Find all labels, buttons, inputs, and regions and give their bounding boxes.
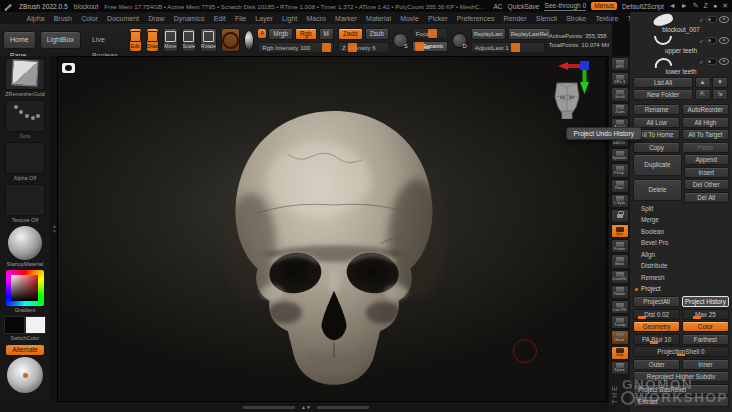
new-folder-button[interactable]: New Folder [633,89,693,100]
menu-item[interactable]: Edit [209,15,230,22]
shelf-button[interactable]: BPR [611,57,629,71]
texture-thumbnail[interactable] [5,184,45,216]
menu-item[interactable]: Alpha [22,15,49,22]
toggle-pill-icon[interactable] [706,37,717,44]
draw-button[interactable]: Draw [146,28,160,52]
divider-bar[interactable] [243,406,295,409]
shelf-button[interactable]: Zoom3D [611,270,629,284]
divider-handle-icon[interactable]: ▲▼ [301,405,311,410]
material-thumbnail[interactable] [8,226,42,260]
rotate-button[interactable]: Rotate [200,28,217,52]
rgb-intensity-slider[interactable]: Rgb Intensity 100 [258,42,334,53]
left-divider[interactable]: ▲▼ [50,56,57,412]
default-zscript-button[interactable]: DefaultZScript [622,3,664,10]
material-ball-preview[interactable] [7,357,43,393]
move-up-icon[interactable]: ▲ [695,77,711,88]
menu-item[interactable]: Layer [251,15,278,22]
project-history-button[interactable]: Project History [682,296,729,307]
all-high-button[interactable]: All High [682,117,729,128]
section-header[interactable]: Boolean [633,226,729,238]
extract-button[interactable]: Extract [633,396,729,407]
ac-toggle[interactable]: AC [493,3,502,10]
all-to-target-button[interactable]: All To Target [682,129,729,140]
section-header[interactable]: Bevel Pro [633,237,729,249]
zscript-z-icon[interactable]: Z [704,2,708,10]
subtool-thumbnail[interactable] [649,56,679,68]
menu-item[interactable]: Draw [144,15,170,22]
stroke-thumbnail[interactable] [5,100,45,132]
section-header[interactable]: Remesh [633,272,729,284]
del-all-button[interactable]: Del All [684,192,730,203]
menu-item[interactable]: Color [77,15,103,22]
slider-handle[interactable] [638,316,646,319]
rename-button[interactable]: Rename [633,104,680,115]
max-slider[interactable]: Max 25 [682,309,729,320]
menu-item[interactable]: Document [103,15,144,22]
menu-item[interactable]: Macro [302,15,331,22]
project-basrelief-button[interactable]: Project BasRelief [633,384,729,395]
slider-handle[interactable] [693,316,701,319]
document-canvas[interactable]: Project Undo History [57,56,607,402]
check-icon[interactable]: ✓ [699,38,704,44]
dist-slider[interactable]: Dist 0.02 [633,309,680,320]
duplicate-button[interactable]: Duplicate [633,154,682,176]
del-other-button[interactable]: Del Other [684,179,730,190]
home-page-button[interactable]: Home Page [3,31,36,49]
folder-up-icon[interactable]: ⇱ [695,89,711,100]
alpha-thumbnail[interactable] [5,142,45,174]
color-picker[interactable] [6,270,44,306]
menu-item[interactable]: Movie [396,15,424,22]
list-all-button[interactable]: List All [633,77,693,88]
projection-shell-slider[interactable]: ProjectionShell 0 [633,346,729,357]
shelf-button[interactable]: Transp [611,315,629,329]
check-icon[interactable]: ✓ [699,59,704,65]
focal-shift-slider[interactable]: Focal Shift 0 [412,28,448,39]
adjust-last-slider[interactable]: AdjustLast 1 [471,42,545,53]
project-section-header[interactable]: Project [633,283,729,295]
menu-item[interactable]: Preferences [452,15,499,22]
paste-button[interactable]: Paste [682,142,729,153]
menu-item[interactable]: Marker [330,15,361,22]
replay-last-rel-button[interactable]: ReplayLastRel [508,28,552,40]
menus-toggle[interactable]: Menus [591,2,617,10]
m-button[interactable]: M [319,28,334,40]
toggle-pill-icon[interactable] [706,58,717,65]
right-tray-icon[interactable]: ► [681,2,688,10]
zsub-button[interactable]: Zsub [365,28,389,40]
edit-button[interactable]: Edit [129,28,142,52]
mrgb-button[interactable]: Mrgb [268,28,293,40]
shelf-button[interactable]: Zoom [611,103,629,117]
menu-item[interactable]: Brush [49,15,76,22]
insert-button[interactable]: Insert [684,167,730,178]
shelf-button[interactable]: Xpose [611,361,629,375]
shelf-button[interactable]: Ghost [611,330,629,344]
move-down-icon[interactable]: ▼ [712,77,728,88]
sphere-icon[interactable]: ● [713,2,717,10]
divider-bar[interactable] [317,406,369,409]
menu-item[interactable]: Picker [423,15,452,22]
rgb-button[interactable]: Rgb [295,28,317,40]
close-icon[interactable]: ✕ [722,2,728,10]
slider-handle[interactable] [415,42,424,51]
shelf-button[interactable]: Frame [611,239,629,253]
alternate-button[interactable]: Alternate [6,345,44,355]
menu-item[interactable]: Render [499,15,531,22]
shelf-button[interactable]: Line Fill [611,300,629,314]
secondary-color-swatch[interactable] [25,316,46,334]
menu-item[interactable]: Light [277,15,301,22]
brush-thumbnail[interactable] [5,58,45,90]
shelf-button[interactable]: Floor [611,179,629,193]
check-icon[interactable]: ✓ [699,17,704,23]
shelf-button[interactable]: Qvz [611,224,629,238]
menu-item[interactable]: Stencil [531,15,561,22]
section-header[interactable]: Merge [633,214,729,226]
section-header[interactable]: Distribute [633,260,729,272]
main-color-swatch[interactable] [4,316,25,334]
shelf-button[interactable]: Move [611,254,629,268]
scale-button[interactable]: Scale [182,28,197,52]
section-header[interactable]: Split [633,203,729,215]
subtool-thumbnail[interactable] [649,14,679,26]
all-low-button[interactable]: All Low [633,117,680,128]
shelf-button[interactable]: Solo [611,346,629,360]
reproject-higher-subdiv-button[interactable]: Reproject Higher Subdiv [633,371,729,382]
